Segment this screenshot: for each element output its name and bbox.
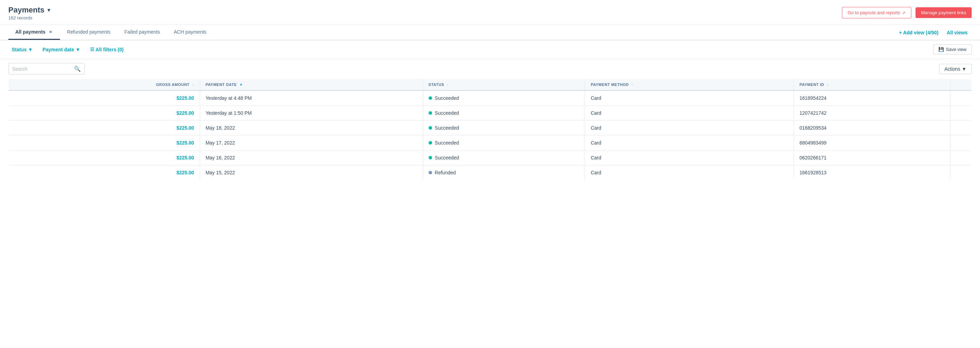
cell-row-actions xyxy=(951,106,972,121)
status-filter-button[interactable]: Status ▼ xyxy=(8,45,37,54)
search-icon[interactable]: 🔍 xyxy=(74,65,81,72)
save-view-button[interactable]: 💾 Save view xyxy=(933,44,972,54)
cell-gross-amount[interactable]: $225.00 xyxy=(9,151,200,165)
actions-label: Actions xyxy=(944,66,960,72)
manage-payment-links-button[interactable]: Manage payment links xyxy=(915,7,972,18)
col-payment-id[interactable]: PAYMENT ID ↕ xyxy=(794,79,951,91)
add-view-button[interactable]: + Add view (4/50) xyxy=(895,25,943,40)
cell-payment-date: Yesterday at 1:50 PM xyxy=(200,106,423,121)
search-input[interactable] xyxy=(12,66,72,72)
cell-payment-id: 1207421742 xyxy=(794,106,951,121)
table-header: GROSS AMOUNT ↕ PAYMENT DATE ▼ STATUS ↕ P… xyxy=(9,79,972,91)
all-views-button[interactable]: All views xyxy=(943,25,972,40)
cell-payment-method: Card xyxy=(585,106,794,121)
amount-link[interactable]: $225.00 xyxy=(14,110,194,116)
page-title: Payments ▼ xyxy=(8,6,51,14)
cell-gross-amount[interactable]: $225.00 xyxy=(9,106,200,121)
sort-payment-id-icon[interactable]: ↕ xyxy=(827,83,829,87)
sort-status-icon[interactable]: ↕ xyxy=(447,83,449,87)
table-row[interactable]: $225.00Yesterday at 1:50 PMSucceededCard… xyxy=(9,106,972,121)
tab-all-payments-label: All payments xyxy=(15,29,45,35)
sort-gross-amount-icon[interactable]: ↕ xyxy=(192,83,194,87)
amount-link[interactable]: $225.00 xyxy=(14,125,194,131)
page-header: Payments ▼ 162 records Go to payouts and… xyxy=(0,0,980,25)
table-container: 🔍 Actions ▼ GROSS AMOUNT ↕ PAYMENT DATE … xyxy=(0,59,980,189)
cell-gross-amount[interactable]: $225.00 xyxy=(9,165,200,180)
table-toolbar: 🔍 Actions ▼ xyxy=(8,59,972,79)
cell-status: Succeeded xyxy=(423,151,585,165)
status-filter-label: Status xyxy=(12,47,27,52)
tab-refunded-payments[interactable]: Refunded payments xyxy=(60,25,117,40)
cell-payment-date: May 15, 2022 xyxy=(200,165,423,180)
cell-status: Succeeded xyxy=(423,106,585,121)
status-dot-succeeded xyxy=(429,156,432,159)
tab-failed-payments[interactable]: Failed payments xyxy=(117,25,167,40)
add-view-label: + Add view (4/50) xyxy=(899,30,939,35)
actions-chevron-icon: ▼ xyxy=(962,66,966,72)
col-payment-date[interactable]: PAYMENT DATE ▼ xyxy=(200,79,423,91)
amount-link[interactable]: $225.00 xyxy=(14,170,194,175)
cell-status: Refunded xyxy=(423,165,585,180)
col-actions-empty xyxy=(951,79,972,91)
page-title-text: Payments xyxy=(8,6,45,14)
cell-row-actions xyxy=(951,151,972,165)
cell-payment-method: Card xyxy=(585,165,794,180)
tab-failed-payments-label: Failed payments xyxy=(124,29,160,35)
sort-payment-date-icon[interactable]: ▼ xyxy=(239,83,243,87)
filter-icon: ☰ xyxy=(90,47,94,52)
cell-gross-amount[interactable]: $225.00 xyxy=(9,121,200,135)
payouts-reports-button[interactable]: Go to payouts and reports ➚ xyxy=(842,7,912,18)
table-row[interactable]: $225.00May 16, 2022SucceededCard06202661… xyxy=(9,151,972,165)
cell-payment-id: 6804983499 xyxy=(794,135,951,151)
table-row[interactable]: $225.00May 17, 2022SucceededCard68049834… xyxy=(9,135,972,151)
cell-row-actions xyxy=(951,165,972,180)
status-dot-succeeded xyxy=(429,111,432,115)
external-link-icon: ➚ xyxy=(902,10,905,15)
cell-gross-amount[interactable]: $225.00 xyxy=(9,91,200,106)
title-chevron-icon[interactable]: ▼ xyxy=(46,7,51,13)
col-status[interactable]: STATUS ↕ xyxy=(423,79,585,91)
status-dot-succeeded xyxy=(429,141,432,145)
payment-date-filter-button[interactable]: Payment date ▼ xyxy=(39,45,84,54)
sort-payment-method-icon[interactable]: ↕ xyxy=(632,83,633,87)
cell-gross-amount[interactable]: $225.00 xyxy=(9,135,200,151)
cell-payment-method: Card xyxy=(585,91,794,106)
cell-payment-date: May 18, 2022 xyxy=(200,121,423,135)
cell-payment-id: 0168209534 xyxy=(794,121,951,135)
tab-all-payments-close[interactable]: ✕ xyxy=(48,29,53,35)
cell-payment-date: May 17, 2022 xyxy=(200,135,423,151)
col-payment-method[interactable]: PAYMENT METHOD ↕ xyxy=(585,79,794,91)
save-icon: 💾 xyxy=(939,47,944,52)
payment-date-chevron: ▼ xyxy=(76,47,80,52)
status-dot-refunded xyxy=(429,171,432,174)
all-views-label: All views xyxy=(947,30,967,35)
all-filters-label: All filters (0) xyxy=(96,47,124,52)
status-text: Succeeded xyxy=(435,95,459,101)
table-body: $225.00Yesterday at 4:48 PMSucceededCard… xyxy=(9,91,972,180)
all-filters-button[interactable]: ☰ All filters (0) xyxy=(87,45,127,54)
payment-date-filter-label: Payment date xyxy=(43,47,74,52)
amount-link[interactable]: $225.00 xyxy=(14,140,194,146)
status-filter-chevron: ▼ xyxy=(28,47,33,52)
actions-button[interactable]: Actions ▼ xyxy=(939,64,972,74)
cell-status: Succeeded xyxy=(423,121,585,135)
status-text: Succeeded xyxy=(435,110,459,116)
amount-link[interactable]: $225.00 xyxy=(14,155,194,160)
amount-link[interactable]: $225.00 xyxy=(14,95,194,101)
table-row[interactable]: $225.00May 15, 2022RefundedCard166192851… xyxy=(9,165,972,180)
payments-table: GROSS AMOUNT ↕ PAYMENT DATE ▼ STATUS ↕ P… xyxy=(8,79,972,180)
col-gross-amount[interactable]: GROSS AMOUNT ↕ xyxy=(9,79,200,91)
save-view-label: Save view xyxy=(946,47,966,52)
status-text: Succeeded xyxy=(435,140,459,146)
tabs-bar: All payments ✕ Refunded payments Failed … xyxy=(0,25,980,40)
status-dot-succeeded xyxy=(429,96,432,100)
search-box[interactable]: 🔍 xyxy=(8,63,84,75)
cell-payment-method: Card xyxy=(585,135,794,151)
payouts-reports-label: Go to payouts and reports xyxy=(848,10,900,15)
filter-right: 💾 Save view xyxy=(933,44,972,54)
table-row[interactable]: $225.00Yesterday at 4:48 PMSucceededCard… xyxy=(9,91,972,106)
cell-payment-method: Card xyxy=(585,121,794,135)
tab-all-payments[interactable]: All payments ✕ xyxy=(8,25,60,40)
tab-ach-payments[interactable]: ACH payments xyxy=(167,25,213,40)
table-row[interactable]: $225.00May 18, 2022SucceededCard01682095… xyxy=(9,121,972,135)
